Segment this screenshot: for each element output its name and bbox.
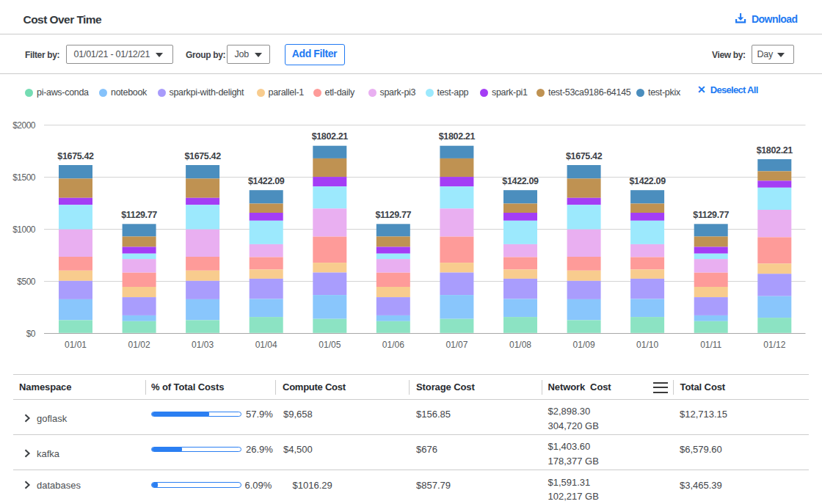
svg-text:01/11: 01/11	[700, 340, 721, 350]
svg-text:$1675.42: $1675.42	[184, 151, 221, 161]
svg-text:01/05: 01/05	[319, 340, 341, 350]
svg-text:$500: $500	[17, 277, 36, 287]
svg-text:01/02: 01/02	[128, 340, 150, 350]
svg-text:01/07: 01/07	[445, 340, 468, 350]
svg-text:01/08: 01/08	[509, 340, 531, 350]
svg-text:01/03: 01/03	[192, 340, 214, 350]
svg-text:$1422.09: $1422.09	[248, 176, 285, 186]
svg-text:$1129.77: $1129.77	[121, 210, 157, 220]
svg-text:$1422.09: $1422.09	[502, 176, 539, 186]
svg-text:$1675.42: $1675.42	[566, 151, 603, 161]
svg-text:01/04: 01/04	[255, 340, 277, 350]
svg-text:01/01: 01/01	[65, 340, 87, 350]
svg-text:$1500: $1500	[12, 172, 36, 183]
svg-text:$2000: $2000	[12, 120, 36, 131]
svg-text:$1802.21: $1802.21	[312, 131, 349, 142]
svg-text:$1675.42: $1675.42	[57, 151, 94, 161]
svg-text:01/10: 01/10	[636, 340, 658, 350]
svg-text:$1129.77: $1129.77	[375, 210, 411, 220]
svg-text:01/12: 01/12	[763, 340, 785, 350]
svg-text:$1802.21: $1802.21	[757, 145, 793, 156]
svg-text:$1129.77: $1129.77	[693, 210, 729, 220]
svg-text:$1422.09: $1422.09	[629, 176, 666, 186]
svg-text:$0: $0	[26, 329, 36, 339]
svg-text:01/09: 01/09	[573, 340, 595, 350]
svg-text:$1000: $1000	[12, 224, 36, 235]
svg-text:$1802.21: $1802.21	[439, 131, 476, 142]
svg-text:01/06: 01/06	[382, 340, 404, 350]
